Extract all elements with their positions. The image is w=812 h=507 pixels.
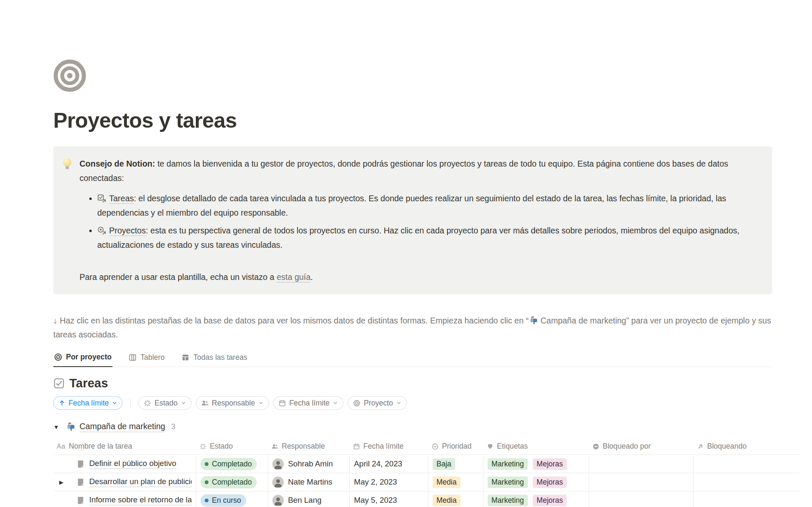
target-icon bbox=[353, 400, 360, 407]
arrow-up-icon bbox=[59, 400, 65, 406]
toolbar-divider bbox=[130, 398, 131, 408]
group-title-text: Campaña de marketing bbox=[80, 422, 165, 432]
mailbox-icon bbox=[66, 422, 76, 432]
bullet-tareas-text: : el desglose detallado de cada tarea vi… bbox=[97, 194, 726, 217]
callout-intro-text: te damos la bienvenida a tu gestor de pr… bbox=[80, 159, 728, 183]
avatar bbox=[272, 458, 284, 470]
callout-bullet-proyectos: Proyectos: esta es tu perspectiva genera… bbox=[97, 223, 762, 252]
filter-chip-proyecto[interactable]: Proyecto bbox=[348, 396, 407, 410]
due-date-cell[interactable]: April 24, 2023 bbox=[350, 455, 428, 473]
checkbox-icon bbox=[53, 378, 65, 389]
projects-database-icon bbox=[97, 226, 106, 235]
col-header-fecha-limite[interactable]: Fecha límite bbox=[350, 439, 428, 455]
status-spinner-icon bbox=[200, 443, 206, 450]
blocking-cell[interactable] bbox=[694, 491, 799, 507]
instruction-paragraph: ↓ Haz clic en las distintas pestañas de … bbox=[53, 314, 772, 342]
tags-cell[interactable]: MarketingMejoras bbox=[483, 491, 589, 507]
filter-chip-label: Fecha límite bbox=[289, 399, 329, 408]
calendar-icon bbox=[353, 443, 360, 450]
filter-chip-responsable[interactable]: Responsable bbox=[196, 396, 269, 410]
chevron-down-icon bbox=[181, 400, 186, 406]
select-circle-icon bbox=[432, 443, 439, 450]
database-title: Tareas bbox=[69, 376, 108, 390]
tab-tablero[interactable]: Tablero bbox=[128, 351, 165, 367]
tab-label: Por proyecto bbox=[66, 353, 112, 362]
col-header-nombre[interactable]: AaNombre de la tarea bbox=[53, 439, 196, 455]
table-icon bbox=[181, 354, 189, 362]
table-row: ▶ Desarrollar un plan de publicidad Comp… bbox=[53, 473, 799, 491]
people-icon bbox=[272, 443, 278, 450]
status-dot bbox=[205, 480, 208, 484]
sort-chip-fecha-limite[interactable]: Fecha límite bbox=[53, 396, 123, 410]
filter-chip-estado[interactable]: Estado bbox=[138, 396, 191, 410]
assignee-cell[interactable]: Nate Martins bbox=[268, 473, 350, 491]
col-header-estado[interactable]: Estado bbox=[196, 439, 268, 455]
filter-chip-label: Estado bbox=[154, 399, 177, 408]
blocking-cell[interactable] bbox=[694, 473, 799, 491]
blocked-by-cell[interactable] bbox=[589, 491, 694, 507]
blocked-by-cell[interactable] bbox=[589, 473, 694, 491]
status-dot bbox=[205, 462, 208, 466]
page-title: Proyectos y tareas bbox=[53, 108, 772, 133]
page-icon bbox=[76, 496, 85, 505]
lightbulb-icon bbox=[62, 156, 73, 171]
proyectos-link[interactable]: Proyectos bbox=[109, 226, 146, 236]
task-name-cell[interactable]: Informe sobre el retorno de la inversión bbox=[53, 491, 196, 507]
people-icon bbox=[201, 400, 208, 407]
status-cell[interactable]: Completado bbox=[196, 473, 268, 491]
blocked-by-cell[interactable] bbox=[589, 455, 694, 473]
blocking-cell[interactable] bbox=[694, 455, 799, 473]
collapse-triangle-icon[interactable]: ▼ bbox=[53, 424, 61, 430]
tab-label: Tablero bbox=[140, 353, 165, 362]
row-expand-triangle-icon[interactable]: ▶ bbox=[59, 479, 66, 485]
table-row: Definir el público objetivo Completado S… bbox=[53, 455, 799, 473]
blocked-icon bbox=[593, 443, 599, 450]
priority-cell[interactable]: Media bbox=[428, 491, 483, 507]
page-target-icon[interactable] bbox=[53, 59, 86, 92]
tareas-link[interactable]: Tareas bbox=[109, 194, 134, 204]
calendar-icon bbox=[279, 400, 286, 407]
due-date-cell[interactable]: May 5, 2023 bbox=[350, 491, 428, 507]
task-name-cell[interactable]: Definir el público objetivo bbox=[53, 455, 196, 473]
filter-chip-label: Responsable bbox=[212, 399, 255, 408]
bullet-proyectos-text: : esta es tu perspectiva general de todo… bbox=[97, 226, 739, 249]
page-content: Proyectos y tareas Consejo de Notion: te… bbox=[53, 0, 772, 507]
col-header-prioridad[interactable]: Prioridad bbox=[428, 439, 483, 455]
instruction-before: ↓ Haz clic en las distintas pestañas de … bbox=[53, 316, 529, 325]
arrow-up-right-icon bbox=[697, 443, 704, 450]
assignee-cell[interactable]: Sohrab Amin bbox=[268, 455, 350, 473]
tab-todas-las-tareas[interactable]: Todas las tareas bbox=[181, 351, 248, 367]
assignee-cell[interactable]: Ben Lang bbox=[268, 491, 350, 507]
notion-tip-callout: Consejo de Notion: te damos la bienvenid… bbox=[53, 146, 772, 294]
group-title-link[interactable]: Campaña de marketing bbox=[66, 422, 165, 432]
footer-text: Para aprender a usar esta plantilla, ech… bbox=[80, 272, 277, 282]
avatar bbox=[272, 477, 284, 488]
status-cell[interactable]: En curso bbox=[196, 491, 268, 507]
target-icon bbox=[54, 353, 62, 361]
sort-chip-label: Fecha límite bbox=[69, 399, 109, 408]
tags-cell[interactable]: MarketingMejoras bbox=[483, 473, 589, 491]
col-header-bloqueando[interactable]: Bloqueando bbox=[694, 439, 799, 455]
priority-cell[interactable]: Baja bbox=[428, 455, 483, 473]
status-cell[interactable]: Completado bbox=[196, 455, 268, 473]
guide-link[interactable]: esta guía bbox=[277, 272, 310, 282]
col-header-bloqueado-por[interactable]: Bloqueado por bbox=[589, 439, 694, 455]
tags-cell[interactable]: MarketingMejoras bbox=[483, 455, 589, 473]
col-header-etiquetas[interactable]: Etiquetas bbox=[483, 439, 589, 455]
tab-label: Todas las tareas bbox=[193, 353, 247, 362]
table-row: Informe sobre el retorno de la inversión… bbox=[53, 491, 799, 507]
group-row-campana-marketing: ▼ Campaña de marketing 3 bbox=[53, 422, 772, 432]
status-spinner-icon bbox=[144, 400, 151, 407]
col-header-responsable[interactable]: Responsable bbox=[268, 439, 350, 455]
due-date-cell[interactable]: May 2, 2023 bbox=[350, 473, 428, 491]
page-icon bbox=[76, 478, 85, 487]
task-name-cell[interactable]: ▶ Desarrollar un plan de publicidad bbox=[53, 473, 196, 491]
tab-por-proyecto[interactable]: Por proyecto bbox=[53, 351, 112, 367]
mailbox-icon bbox=[529, 316, 538, 325]
page-icon bbox=[76, 460, 85, 469]
tasks-table: AaNombre de la tarea Estado Responsable … bbox=[53, 439, 799, 507]
priority-cell[interactable]: Media bbox=[428, 473, 483, 491]
tasks-database-icon bbox=[97, 194, 106, 203]
table-header-row: AaNombre de la tarea Estado Responsable … bbox=[53, 439, 799, 455]
filter-chip-fecha-limite[interactable]: Fecha límite bbox=[273, 396, 343, 410]
